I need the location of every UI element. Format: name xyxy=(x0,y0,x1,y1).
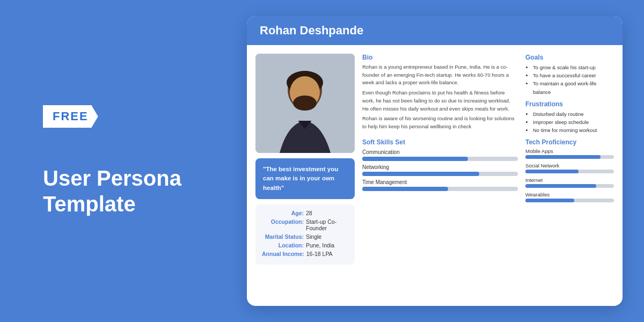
persona-photo xyxy=(255,54,355,153)
info-row-marital: Marital Status: Single xyxy=(262,233,348,240)
frustration-3: No time for morning workout xyxy=(533,126,614,134)
tech-bar-bg-mobile xyxy=(525,155,614,159)
skill-label-time-management: Time Management xyxy=(362,179,518,185)
bio-text-2: Even though Rohan proclaims to put his h… xyxy=(362,89,518,113)
income-label: Annual Income: xyxy=(262,251,304,257)
skill-networking: Networking xyxy=(362,164,518,176)
right-column: Goals To grow & scale his start-up To ha… xyxy=(525,54,614,297)
quote-box: "The best investment you can make is in … xyxy=(255,158,355,199)
bio-section: Bio Rohan is a young entrepreneur based … xyxy=(362,54,518,131)
card-header: Rohan Deshpande xyxy=(247,16,623,45)
tech-bar-bg-internet xyxy=(525,184,614,188)
goals-list: To grow & scale his start-up To have a s… xyxy=(525,63,614,96)
tech-social-network: Social Network xyxy=(525,163,614,173)
location-label: Location: xyxy=(262,242,304,248)
goal-2: To have a successful career xyxy=(533,71,614,79)
goal-1: To grow & scale his start-up xyxy=(533,63,614,71)
svg-point-7 xyxy=(293,96,317,111)
tech-internet: Internet xyxy=(525,177,614,188)
bio-text-3: Rohan is aware of his worsening routine … xyxy=(362,115,518,130)
skill-bar-fill-networking xyxy=(362,172,479,176)
skill-label-networking: Networking xyxy=(362,164,518,170)
skill-bar-fill-communication xyxy=(362,157,468,161)
skill-label-communication: Communication xyxy=(362,149,518,155)
bio-title: Bio xyxy=(362,54,518,61)
tech-label-mobile: Mobile Apps xyxy=(525,148,614,154)
marital-value: Single xyxy=(306,233,321,240)
goals-title: Goals xyxy=(525,54,614,61)
tech-bar-bg-wearables xyxy=(525,199,614,202)
goals-section: Goals To grow & scale his start-up To ha… xyxy=(525,54,614,96)
skill-bar-bg-communication xyxy=(362,157,518,161)
tech-proficiency-section: Tech Proficiency Mobile Apps Social Netw… xyxy=(525,138,614,206)
tech-label-wearables: Wearables xyxy=(525,192,614,197)
goal-3: To maintain a good work-life balance xyxy=(533,79,614,96)
income-value: 16-18 LPA xyxy=(306,251,333,257)
skill-time-management: Time Management xyxy=(362,179,518,191)
quote-text: "The best investment you can make is in … xyxy=(263,166,338,191)
card-body: "The best investment you can make is in … xyxy=(247,45,623,306)
tech-mobile-apps: Mobile Apps xyxy=(525,148,614,159)
marital-label: Marital Status: xyxy=(262,233,304,240)
info-row-occupation: Occupation: Start-up Co-Founder xyxy=(262,218,348,231)
info-row-location: Location: Pune, India xyxy=(262,242,348,248)
tech-bar-fill-mobile xyxy=(525,155,601,159)
location-value: Pune, India xyxy=(306,242,334,248)
persona-name: Rohan Deshpande xyxy=(260,24,363,37)
tech-proficiency-title: Tech Proficiency xyxy=(525,138,614,146)
bio-text-1: Rohan is a young entrepreneur based in P… xyxy=(362,63,518,87)
info-row-income: Annual Income: 16-18 LPA xyxy=(262,251,348,257)
age-label: Age: xyxy=(262,210,304,216)
occupation-label: Occupation: xyxy=(262,218,304,231)
tech-bar-fill-wearables xyxy=(525,199,574,202)
skill-bar-fill-time-management xyxy=(362,187,448,191)
occupation-value: Start-up Co-Founder xyxy=(306,218,348,231)
frustrations-section: Frustrations Disturbed daily routine Imp… xyxy=(525,100,614,135)
page-title: User Persona Template xyxy=(43,165,225,217)
free-badge: FREE xyxy=(43,105,98,128)
soft-skills-title: Soft Skills Set xyxy=(362,138,518,146)
middle-column: Bio Rohan is a young entrepreneur based … xyxy=(362,54,518,297)
tech-bar-fill-internet xyxy=(525,184,596,188)
age-value: 28 xyxy=(306,210,312,216)
soft-skills-section: Soft Skills Set Communication Networking… xyxy=(362,138,518,191)
tech-bar-fill-social xyxy=(525,170,579,173)
tech-label-social: Social Network xyxy=(525,163,614,169)
frustrations-list: Disturbed daily routine Improper sleep s… xyxy=(525,110,614,135)
skill-bar-bg-networking xyxy=(362,172,518,176)
frustration-1: Disturbed daily routine xyxy=(533,110,614,118)
persona-card: Rohan Deshpande xyxy=(247,16,623,306)
info-row-age: Age: 28 xyxy=(262,210,348,216)
tech-wearables: Wearables xyxy=(525,192,614,202)
tech-label-internet: Internet xyxy=(525,177,614,183)
skill-communication: Communication xyxy=(362,149,518,161)
frustrations-title: Frustrations xyxy=(525,100,614,108)
frustration-2: Improper sleep schedule xyxy=(533,118,614,126)
left-panel: FREE User Persona Template xyxy=(21,84,247,238)
tech-bar-bg-social xyxy=(525,170,614,173)
info-box: Age: 28 Occupation: Start-up Co-Founder … xyxy=(255,204,355,265)
left-column: "The best investment you can make is in … xyxy=(255,54,355,297)
skill-bar-bg-time-management xyxy=(362,187,518,191)
